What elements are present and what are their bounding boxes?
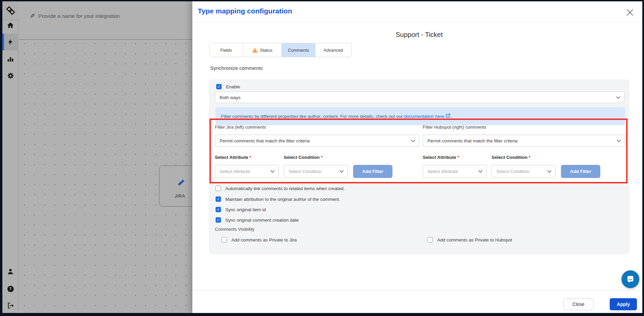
attribute-label: Select Attribute * [423,155,459,160]
visibility-label: Add comments as Private to Jira [231,237,297,242]
required-asterisk: * [250,155,251,160]
condition-label: Select Condition * [284,155,323,160]
filter-hubspot-mode-value: Permit comments that match the filter cr… [427,138,518,143]
apply-button[interactable]: Apply [610,298,637,310]
required-asterisk: * [321,155,323,160]
tab-fields-label: Fields [220,48,232,53]
mapping-subtitle: Support - Ticket [209,31,629,39]
chevron-down-icon [411,138,415,142]
modal-backdrop [2,1,192,313]
sync-direction-value: Both ways [220,95,240,100]
option-label: Maintain attribution to the original aut… [225,197,340,202]
tab-fields[interactable]: Fields [210,43,243,57]
private-hubspot-checkbox[interactable] [427,237,433,242]
filter-jira-mode-value: Permit comments that match the filter cr… [220,138,310,143]
tab-advanced-label: Advanced [324,48,343,53]
documentation-link-label: documentation here [404,114,444,119]
enable-row: Enable [216,84,240,89]
condition-label: Select Condition * [492,155,531,160]
chat-bubble-icon [626,275,635,284]
visibility-row: Add comments as Private to Hubspot [427,237,512,242]
option-row: Automatically link comments to related i… [216,186,345,191]
condition-label-text: Select Condition [492,155,529,160]
modal-header: Type mapping configuration [192,1,642,23]
info-banner: Filter comments by different properties … [216,107,625,125]
comments-sync-card: Enable Both ways Filter comments by diff… [209,80,629,254]
option-label: Sync original comment creation date [225,218,299,223]
attribute-placeholder: Select Attribute [220,169,250,174]
info-suffix: . [451,114,452,119]
condition-select[interactable]: Select Condition [492,165,556,178]
visibility-row: Add comments as Private to Jira [222,237,297,242]
type-mapping-modal: Type mapping configuration Support - Tic… [192,1,642,313]
condition-placeholder: Select Condition [496,169,529,174]
attribute-select[interactable]: Select Attribute [215,165,279,178]
enable-label: Enable [226,84,240,89]
condition-placeholder: Select Condition [289,169,321,174]
attribute-label-text: Select Attribute [423,155,457,160]
sync-creation-date-checkbox[interactable] [216,217,221,223]
info-text: Filter comments by different properties … [221,114,403,119]
filter-jira-title: Filter Jira (left) comments [215,125,266,130]
visibility-label: Add comments as Private to Hubspot [437,237,512,242]
mapping-tabs: Fields Status Comments Advanced [209,43,351,57]
add-filter-button[interactable]: Add Filter [561,165,600,178]
required-asterisk: * [529,155,530,160]
attribute-placeholder: Select Attribute [427,169,458,174]
option-row: Maintain attribution to the original aut… [216,196,340,202]
attribute-label: Select Attribute * [215,155,251,160]
chevron-down-icon [617,138,621,142]
screenshot-frame: ? ✎ Provide a name for your integration [0,0,644,316]
close-button[interactable]: Close [563,298,594,310]
sidebar-active-indicator [2,34,4,50]
option-row: Sync original comment creation date [216,217,299,223]
attribute-label-text: Select Attribute [215,155,250,160]
add-filter-button[interactable]: Add Filter [353,165,392,178]
auto-link-checkbox[interactable] [216,186,221,191]
comment-filters-panel: Filter Jira (left) comments Permit comme… [210,119,628,183]
required-asterisk: * [457,155,459,160]
close-icon[interactable] [625,7,635,17]
tab-advanced[interactable]: Advanced [315,43,351,57]
filter-column-jira: Filter Jira (left) comments Permit comme… [215,119,419,183]
enable-checkbox[interactable] [216,84,222,89]
warning-icon [252,48,258,53]
chevron-down-icon [270,169,275,173]
filter-column-hubspot: Filter Hubspot (right) comments Permit c… [423,119,625,183]
tab-status-label: Status [260,48,272,53]
option-label: Sync original item id [225,207,266,212]
chat-widget-button[interactable] [621,270,639,288]
sync-direction-select[interactable]: Both ways [215,92,624,103]
filter-jira-mode-select[interactable]: Permit comments that match the filter cr… [215,135,419,147]
visibility-title: Comments Visibility [215,227,255,232]
external-link-icon[interactable] [446,114,450,119]
chevron-down-icon [547,169,552,173]
tab-comments[interactable]: Comments [282,43,315,57]
chevron-down-icon [478,169,483,173]
chevron-down-icon [616,95,620,99]
modal-title: Type mapping configuration [198,7,292,15]
filter-hubspot-title: Filter Hubspot (right) comments [423,125,486,130]
condition-label-text: Select Condition [284,155,321,160]
documentation-link[interactable]: documentation here [403,114,444,119]
option-label: Automatically link comments to related i… [225,186,345,191]
condition-select[interactable]: Select Condition [284,165,348,178]
filter-hubspot-mode-select[interactable]: Permit comments that match the filter cr… [423,135,625,147]
maintain-attribution-checkbox[interactable] [216,196,221,202]
option-row: Sync original item id [216,207,266,212]
chevron-down-icon [339,169,344,173]
section-title: Synchronize comments [210,65,263,71]
attribute-select[interactable]: Select Attribute [423,165,487,178]
sync-item-id-checkbox[interactable] [216,207,221,212]
tab-comments-label: Comments [288,48,309,53]
private-jira-checkbox[interactable] [222,237,227,242]
modal-footer: Close Apply [192,290,642,313]
tab-status[interactable]: Status [243,43,282,57]
